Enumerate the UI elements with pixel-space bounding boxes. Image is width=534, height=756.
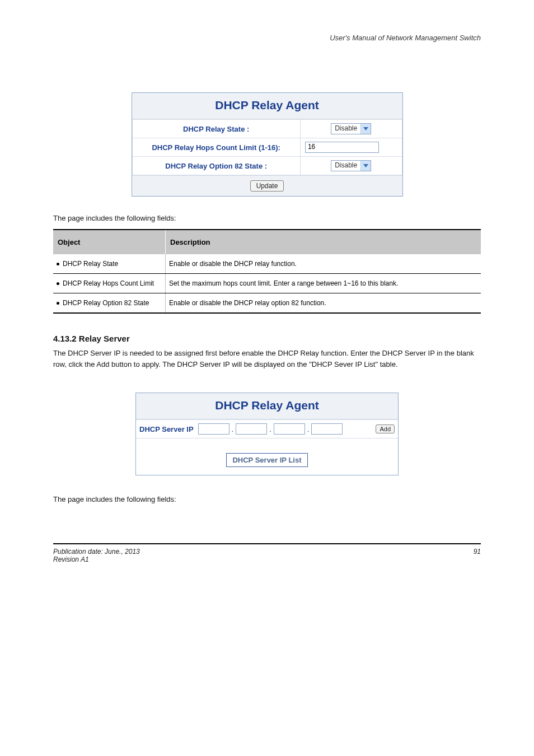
param-object-2: DHCP Relay Option 82 State [57,299,162,307]
relay-state-label: DHCP Relay State : [132,120,300,138]
param-head-description: Description [165,230,481,254]
dhcp-relay-agent-panel: DHCP Relay Agent DHCP Relay State : Disa… [132,92,403,197]
footer: Publication date: June., 2013 Revision A… [53,548,481,563]
param-desc-1: Set the maximum hops count limit. Enter … [165,274,481,293]
relay-state-value: Disable [331,124,360,134]
fields-intro-2: The page includes the following fields: [53,494,481,505]
panel-title: DHCP Relay Agent [132,93,402,119]
chevron-down-icon [360,124,371,134]
footer-rule [53,543,481,544]
param-object-0-text: DHCP Relay State [63,260,118,268]
dhcp-server-ip-list: DHCP Server IP List [226,453,307,467]
footer-revision: Revision A1 [53,556,140,563]
panel-title-2: DHCP Relay Agent [136,393,398,419]
ip-octet-1[interactable] [198,423,229,435]
ip-octet-3[interactable] [274,423,305,435]
bullet-icon [57,263,59,265]
param-object-1: DHCP Relay Hops Count Limit [57,279,162,287]
rule [53,312,481,314]
relay-state-select[interactable]: Disable [331,123,371,134]
opt82-state-label: DHCP Relay Option 82 State : [132,157,300,175]
param-object-1-text: DHCP Relay Hops Count Limit [63,279,154,287]
section-body: The DHCP Server IP is needed to be assig… [53,348,481,370]
dot-icon: . [307,425,310,433]
hops-limit-input[interactable]: 16 [305,142,379,153]
param-desc-2: Enable or disable the DHCP relay option … [165,293,481,312]
hops-limit-label: DHCP Relay Hops Count Limit (1-16): [132,138,300,157]
add-button[interactable]: Add [376,424,395,433]
fields-intro-1: The page includes the following fields: [53,213,481,223]
param-object-2-text: DHCP Relay Option 82 State [63,299,149,307]
doc-header: User's Manual of Network Management Swit… [53,34,481,42]
param-head-object: Object [53,230,165,254]
page-number: 91 [474,548,481,563]
ip-octet-2[interactable] [236,423,267,435]
dot-icon: . [232,425,234,433]
param-object-0: DHCP Relay State [57,260,162,268]
dhcp-server-ip-label: DHCP Server IP [139,425,194,433]
ip-octet-4[interactable] [311,423,343,435]
opt82-state-select[interactable]: Disable [331,160,371,171]
update-button[interactable]: Update [250,180,284,192]
section-heading-relay-server: 4.13.2 Relay Server [53,334,481,343]
opt82-state-value: Disable [331,161,360,171]
bullet-icon [57,302,59,305]
param-table: Object Description DHCP Relay State Enab… [53,229,481,314]
bullet-icon [57,282,59,285]
chevron-down-icon [360,161,371,171]
footer-date: Publication date: June., 2013 [53,548,140,556]
param-desc-0: Enable or disable the DHCP relay functio… [165,254,481,273]
dhcp-relay-agent-server-panel: DHCP Relay Agent DHCP Server IP . . . Ad… [135,393,399,475]
relay-form-table: DHCP Relay State : Disable DHCP Relay Ho… [132,119,402,175]
dot-icon: . [269,425,271,433]
